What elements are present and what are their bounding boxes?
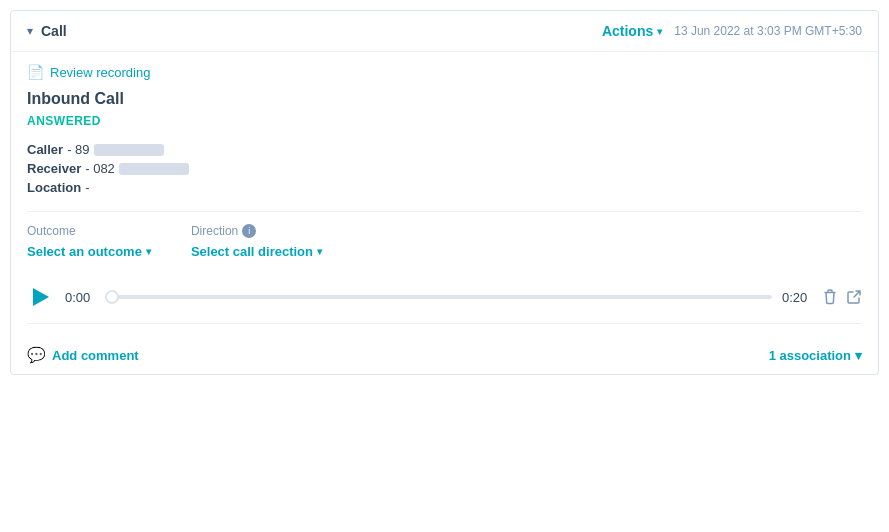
trash-icon (822, 288, 838, 306)
card-header: ▾ Call Actions ▾ 13 Jun 2022 at 3:03 PM … (11, 11, 878, 52)
actions-button[interactable]: Actions ▾ (602, 23, 662, 39)
actions-dropdown-arrow: ▾ (657, 26, 662, 37)
header-left: ▾ Call (27, 23, 67, 39)
location-row: Location - (27, 180, 862, 195)
add-comment-button[interactable]: 💬 Add comment (27, 346, 139, 364)
chevron-down-icon[interactable]: ▾ (27, 24, 33, 38)
receiver-label: Receiver (27, 161, 81, 176)
direction-col: Direction i Select call direction ▾ (191, 224, 322, 259)
audio-total-time: 0:20 (782, 290, 812, 305)
receiver-blurred (119, 163, 189, 175)
audio-current-time: 0:00 (65, 290, 95, 305)
direction-label: Direction i (191, 224, 322, 238)
association-button[interactable]: 1 association ▾ (769, 348, 862, 363)
association-dropdown-arrow: ▾ (855, 348, 862, 363)
direction-dropdown-arrow: ▾ (317, 246, 322, 257)
location-label: Location (27, 180, 81, 195)
receiver-row: Receiver - 082 (27, 161, 862, 176)
outcome-dropdown-arrow: ▾ (146, 246, 151, 257)
document-icon: 📄 (27, 64, 44, 80)
location-value: - (85, 180, 89, 195)
call-type: Inbound Call (27, 90, 862, 108)
outcome-label: Outcome (27, 224, 151, 238)
play-button[interactable] (27, 283, 55, 311)
call-details: Caller - 89 Receiver - 082 Location - (27, 142, 862, 195)
audio-progress-thumb[interactable] (105, 290, 119, 304)
status-badge: ANSWERED (27, 114, 862, 128)
caller-blurred (94, 144, 164, 156)
timestamp: 13 Jun 2022 at 3:03 PM GMT+5:30 (674, 24, 862, 38)
caller-label: Caller (27, 142, 63, 157)
divider (27, 211, 862, 212)
review-recording-link[interactable]: 📄 Review recording (27, 64, 862, 80)
external-link-icon (846, 289, 862, 305)
card-footer: 💬 Add comment 1 association ▾ (11, 336, 878, 374)
open-external-button[interactable] (846, 289, 862, 305)
caller-row: Caller - 89 (27, 142, 862, 157)
card-title: Call (41, 23, 67, 39)
call-card: ▾ Call Actions ▾ 13 Jun 2022 at 3:03 PM … (10, 10, 879, 375)
audio-actions (822, 288, 862, 306)
audio-player: 0:00 0:20 (27, 275, 862, 324)
play-icon (33, 288, 49, 306)
header-right: Actions ▾ 13 Jun 2022 at 3:03 PM GMT+5:3… (602, 23, 862, 39)
outcome-col: Outcome Select an outcome ▾ (27, 224, 151, 259)
outcome-select[interactable]: Select an outcome ▾ (27, 244, 151, 259)
caller-value: - 89 (67, 142, 89, 157)
delete-recording-button[interactable] (822, 288, 838, 306)
card-body: 📄 Review recording Inbound Call ANSWERED… (11, 52, 878, 336)
receiver-value: - 082 (85, 161, 115, 176)
direction-select[interactable]: Select call direction ▾ (191, 244, 322, 259)
comment-icon: 💬 (27, 346, 46, 364)
outcome-direction-row: Outcome Select an outcome ▾ Direction i … (27, 224, 862, 259)
direction-info-icon[interactable]: i (242, 224, 256, 238)
audio-progress-track[interactable] (105, 295, 772, 299)
